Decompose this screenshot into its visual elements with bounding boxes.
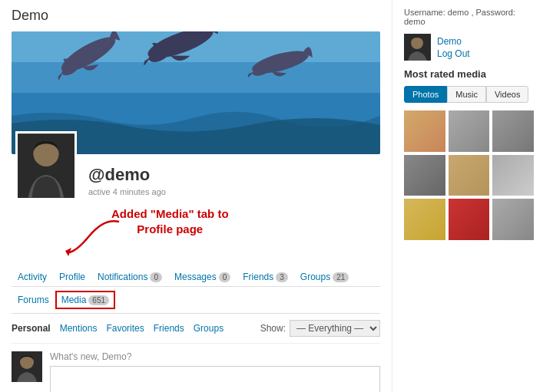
tab-forums[interactable]: Forums xyxy=(12,291,55,309)
post-area: What's new, Demo? xyxy=(12,351,380,392)
media-thumb-6[interactable] xyxy=(492,155,534,196)
subnav-personal[interactable]: Personal xyxy=(12,323,51,334)
sidebar: Username: demo , Password: demo Demo Log… xyxy=(392,0,545,392)
sidebar-logout-link[interactable]: Log Out xyxy=(437,48,470,59)
tab-friends[interactable]: Friends 3 xyxy=(237,268,294,286)
sidebar-tab-music[interactable]: Music xyxy=(447,86,486,103)
subnav-friends[interactable]: Friends xyxy=(154,323,184,334)
sidebar-user-row: Demo Log Out xyxy=(404,34,534,61)
nav-tabs-row2: Forums Media 651 xyxy=(12,287,380,314)
sidebar-credentials: Username: demo , Password: demo xyxy=(404,8,534,26)
subnav-favorites[interactable]: Favorites xyxy=(106,323,144,334)
profile-active-status: active 4 minutes ago xyxy=(88,187,166,196)
media-thumb-9[interactable] xyxy=(492,199,534,240)
sidebar-media-grid xyxy=(404,110,534,240)
sub-nav: Personal Mentions Favorites Friends Grou… xyxy=(12,314,380,344)
profile-info-bar: @demo active 4 minutes ago xyxy=(15,131,380,200)
show-select[interactable]: — Everything — xyxy=(290,320,380,337)
sidebar-media-tabs: Photos Music Videos xyxy=(404,86,534,103)
subnav-mentions[interactable]: Mentions xyxy=(60,323,98,334)
friends-badge: 3 xyxy=(276,272,288,282)
sidebar-user-links: Demo Log Out xyxy=(437,36,470,59)
tab-notifications[interactable]: Notifications 0 xyxy=(91,268,168,286)
annotation-area: Added "Media" tab toProfile page xyxy=(12,206,380,260)
annotation-text: Added "Media" tab toProfile page xyxy=(111,206,229,236)
media-tab-label: Media xyxy=(61,295,87,305)
media-thumb-1[interactable] xyxy=(404,110,445,152)
subnav-groups[interactable]: Groups xyxy=(194,323,224,334)
messages-badge: 0 xyxy=(219,272,231,282)
sidebar-user-name-link[interactable]: Demo xyxy=(437,36,470,47)
show-filter-area: Show: — Everything — xyxy=(260,320,380,337)
tab-activity[interactable]: Activity xyxy=(12,268,53,286)
notifications-badge: 0 xyxy=(150,272,162,282)
media-thumb-5[interactable] xyxy=(449,155,490,196)
groups-badge: 21 xyxy=(333,272,349,282)
tab-media-highlighted[interactable]: Media 651 xyxy=(55,291,115,309)
post-form: What's new, Demo? xyxy=(50,351,380,392)
sidebar-tab-videos[interactable]: Videos xyxy=(486,86,528,103)
show-label-text: Show: xyxy=(260,323,286,334)
media-thumb-2[interactable] xyxy=(449,110,490,152)
post-placeholder: What's new, Demo? xyxy=(50,351,380,362)
tab-groups[interactable]: Groups 21 xyxy=(294,268,355,286)
media-thumb-7[interactable] xyxy=(404,199,445,240)
media-thumb-8[interactable] xyxy=(449,199,490,240)
media-count-badge: 651 xyxy=(88,295,109,305)
profile-avatar-large xyxy=(15,131,77,200)
post-textarea[interactable] xyxy=(50,366,380,392)
nav-tabs-row1: Activity Profile Notifications 0 Message… xyxy=(12,268,380,287)
tab-profile[interactable]: Profile xyxy=(53,268,91,286)
sidebar-user-avatar xyxy=(404,34,431,61)
tab-messages[interactable]: Messages 0 xyxy=(168,268,237,286)
media-thumb-4[interactable] xyxy=(404,155,445,196)
sidebar-most-rated-title: Most rated media xyxy=(404,68,534,80)
profile-username: @demo xyxy=(88,165,166,185)
media-thumb-3[interactable] xyxy=(492,110,534,152)
profile-username-area: @demo active 4 minutes ago xyxy=(88,165,166,200)
sidebar-tab-photos[interactable]: Photos xyxy=(404,86,447,103)
post-user-avatar xyxy=(12,351,42,382)
page-title: Demo xyxy=(12,8,380,24)
